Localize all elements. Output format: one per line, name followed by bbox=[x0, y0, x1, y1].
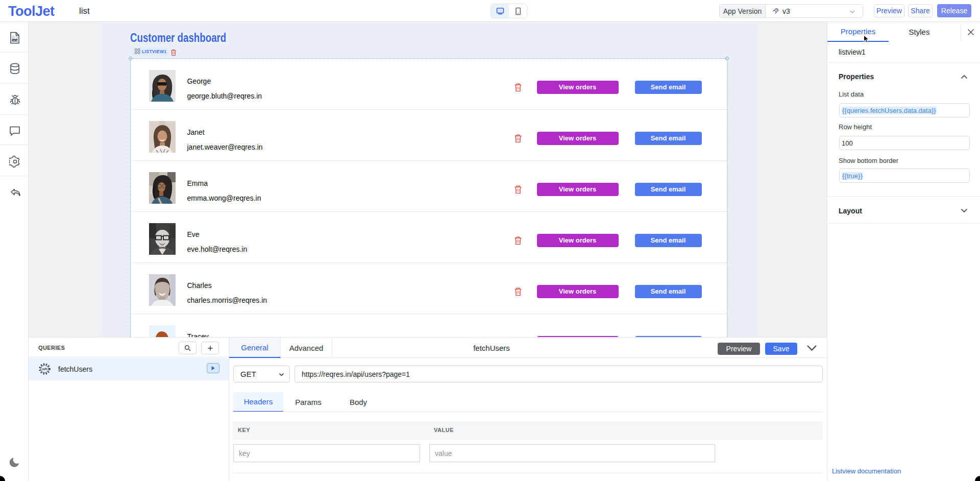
svg-text:API: API bbox=[42, 368, 47, 371]
svg-text:{;}: {;} bbox=[12, 36, 18, 39]
svg-text:JSON: JSON bbox=[12, 39, 18, 42]
